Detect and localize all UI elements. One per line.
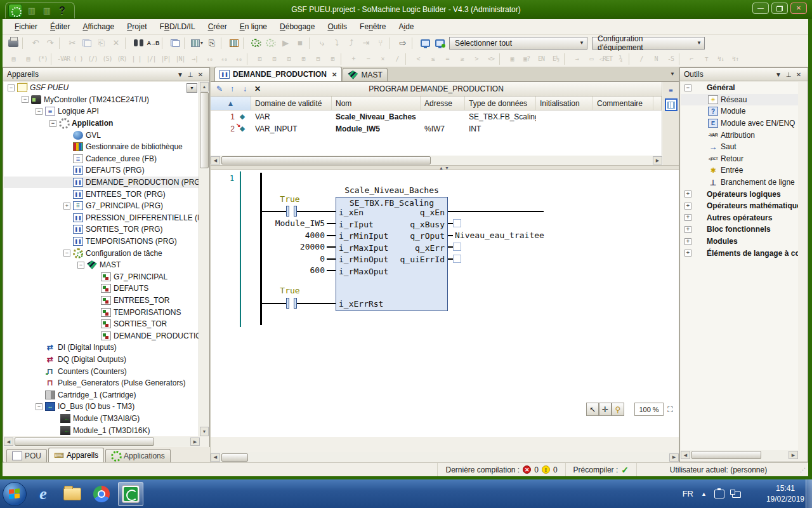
zoom-cursor-button[interactable]: ⚲ (612, 403, 624, 416)
taskbar-internet-explorer[interactable]: e (30, 482, 56, 506)
scroll-thumb[interactable] (221, 453, 248, 462)
ld-toolbar-icon[interactable] (247, 53, 251, 65)
restore-button[interactable] (771, 3, 788, 14)
step-over-icon[interactable]: ⤷ (315, 36, 329, 50)
tree-expander-icon[interactable] (63, 167, 70, 174)
device-tree-item[interactable]: − Configuration de tâche (4, 247, 200, 259)
ld-toolbar-icon[interactable]: |P| (159, 53, 173, 65)
cell-scope[interactable]: VAR_INPUT (251, 123, 332, 135)
tree-expander-icon[interactable] (91, 332, 98, 339)
text-view-button[interactable]: ≡ (665, 84, 678, 97)
device-combo-button[interactable]: ▼ (187, 83, 197, 93)
input-operand[interactable]: 20000 (236, 242, 325, 251)
tree-expander-icon[interactable]: + (63, 203, 70, 210)
tool-item[interactable]: Retour (681, 153, 798, 165)
tree-expander-icon[interactable]: + (684, 238, 691, 245)
pin-icon[interactable]: ⊥ (783, 70, 794, 79)
ld-toolbar-icon[interactable]: ₄₀ (202, 53, 216, 65)
resize-grip[interactable]: ⋰ (800, 467, 808, 473)
tree-expander-icon[interactable]: − (77, 262, 84, 269)
fbd-canvas[interactable]: 1 True True Scale_Niveau_Baches SE_TB (211, 170, 679, 437)
tree-expander-icon[interactable] (63, 179, 70, 186)
compare-icon[interactable] (168, 36, 182, 50)
device-monitor-icon[interactable] (418, 36, 432, 50)
fb-output-pin[interactable]: q_xBusy (410, 220, 445, 229)
device-tree-hscrollbar[interactable]: ◀ ▶ (4, 437, 200, 446)
output-placeholder-box[interactable] (453, 219, 461, 227)
ld-toolbar-icon[interactable]: ↯↓ (714, 53, 728, 65)
cell-name[interactable]: Module_IW5 (332, 123, 421, 135)
pan-cursor-button[interactable]: ✛ (599, 403, 612, 416)
scroll-thumb[interactable] (200, 92, 209, 168)
tree-expander-icon[interactable] (36, 380, 43, 387)
close-tab-icon[interactable]: ✕ (332, 71, 337, 78)
tool-item[interactable]: + Opérateurs mathématiques (681, 200, 798, 212)
fb-output-pin[interactable]: q_xEn (420, 208, 445, 217)
export-icon[interactable]: ⎘ (205, 36, 219, 50)
menu-item[interactable]: Affichage (77, 20, 120, 33)
input-operand[interactable]: 0 (236, 254, 325, 264)
ld-toolbar-icon[interactable]: ⊡ (252, 53, 266, 65)
close-icon[interactable]: ✕ (195, 70, 206, 79)
cell-address[interactable]: %IW7 (421, 123, 465, 135)
device-tree-item[interactable]: Counters (Counters) (4, 365, 200, 377)
tree-expander-icon[interactable] (36, 356, 43, 363)
tree-expander-icon[interactable] (698, 96, 705, 103)
network-icon[interactable] (732, 491, 741, 498)
ld-toolbar-icon[interactable] (499, 53, 504, 65)
tree-expander-icon[interactable]: + (684, 214, 691, 221)
contact-icon[interactable] (286, 298, 289, 309)
column-header-address[interactable]: Adresse (421, 97, 465, 110)
output-placeholder-box[interactable] (453, 243, 461, 251)
ld-toolbar-icon[interactable]: ⊞ (296, 53, 310, 65)
ld-toolbar-icon[interactable]: ¾ (613, 53, 627, 65)
tree-expander-icon[interactable]: − (49, 120, 56, 127)
ld-toolbar-icon[interactable]: ⊤ (699, 53, 713, 65)
tree-expander-icon[interactable] (36, 344, 43, 351)
ld-toolbar-icon[interactable]: ⊟ (311, 53, 325, 65)
tree-expander-icon[interactable]: + (684, 203, 691, 210)
save-all-icon[interactable]: ▥ (41, 5, 53, 17)
device-tree-item[interactable]: SORTIES_TOR (4, 318, 200, 330)
ld-toolbar-icon[interactable]: × (376, 53, 390, 65)
ld-toolbar-icon[interactable]: / (634, 53, 648, 65)
ld-toolbar-icon[interactable]: E½ (549, 53, 563, 65)
device-tree-item[interactable]: Pulse_Generators (Pulse Generators) (4, 377, 200, 389)
scroll-left-icon[interactable]: ◀ (681, 451, 690, 459)
device-tree-item[interactable]: SORTIES_TOR (PRG) (4, 224, 200, 236)
device-tree-item[interactable]: − MyController (TM241CE24T/U) (4, 94, 200, 106)
canvas-hscrollbar[interactable]: ◀ ▶ (211, 452, 679, 462)
cell-name[interactable]: Scale_Niveau_Baches (332, 110, 421, 123)
device-tree-item[interactable]: Cartridge_1 (Cartridge) (4, 389, 200, 401)
device-tree-item[interactable]: + G7_PRINCIPAL (PRG) (4, 200, 200, 212)
run-to-cursor-icon[interactable]: ⇥ (359, 36, 373, 50)
device-tree-item[interactable]: G7_PRINCIPAL (4, 271, 200, 283)
ld-toolbar-icon[interactable]: ▣? (520, 53, 534, 65)
fb-input-pin[interactable]: i_rIput (339, 220, 374, 229)
ld-toolbar-icon[interactable]: -VAR (56, 53, 70, 65)
menu-item[interactable]: Fenêtre (354, 20, 391, 33)
device-tree-item[interactable]: − GSF PUEU (4, 82, 200, 94)
tree-expander-icon[interactable]: − (36, 403, 43, 410)
tree-expander-icon[interactable] (63, 226, 70, 233)
ld-toolbar-icon[interactable]: > (469, 53, 483, 65)
scroll-left-icon[interactable]: ◀ (4, 438, 13, 446)
device-tree-item[interactable]: Cadence_duree (FB) (4, 153, 200, 165)
step-into-icon[interactable]: ⤵ (330, 36, 344, 50)
column-header-type[interactable]: Type de données (465, 97, 536, 110)
pin-icon[interactable]: ⊥ (185, 70, 195, 79)
ld-toolbar-icon[interactable]: <> (484, 53, 498, 65)
tree-expander-icon[interactable] (91, 285, 98, 292)
fb-input-pin[interactable]: i_xEn (339, 208, 363, 217)
device-tree-item[interactable]: PRESSION_DIFFERENTIELLE (PRG) (4, 212, 200, 224)
ld-toolbar-icon[interactable] (341, 53, 345, 65)
ld-toolbar-icon[interactable]: | | (129, 53, 143, 65)
tree-expander-icon[interactable] (91, 321, 98, 328)
tree-expander-icon[interactable]: + (684, 190, 691, 197)
equipment-config-dropdown[interactable]: Configuration d'équipement ▼ (592, 37, 705, 50)
ld-toolbar-icon[interactable]: ▤ (21, 53, 35, 65)
tree-expander-icon[interactable]: + (684, 226, 691, 233)
tree-expander-icon[interactable] (63, 131, 70, 138)
navigator-tab[interactable]: Appareils (48, 448, 104, 462)
close-button[interactable]: ✕ (790, 3, 807, 14)
